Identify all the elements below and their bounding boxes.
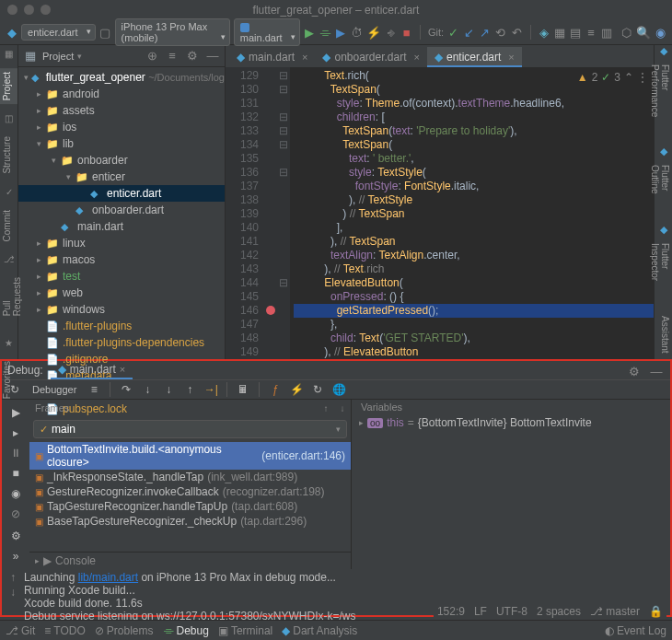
traffic-lights[interactable] [7, 5, 51, 15]
favorites-tab-icon[interactable]: ★ [0, 338, 17, 348]
stack-frame[interactable]: ▣TapGestureRecognizer.handleTapUp (tap.d… [29, 499, 351, 514]
flutter-perf-icon[interactable]: ◆ [655, 45, 672, 59]
threads-view-button[interactable]: ≡ [85, 380, 103, 399]
event-log-button[interactable]: ◐Event Log [605, 624, 666, 637]
run-to-cursor-button[interactable]: →| [202, 380, 220, 399]
structure-tab-icon[interactable]: ◫ [0, 113, 17, 123]
breakpoints-button[interactable]: ◉ [6, 484, 25, 503]
run-button[interactable]: ▶ [304, 24, 316, 41]
mute-bp-button[interactable]: ⊘ [6, 505, 25, 523]
variable-row[interactable]: ▸oo this = {BottomTextInvite} BottomText… [355, 414, 666, 431]
step-out-button[interactable]: ↑ [180, 380, 199, 399]
close-icon[interactable]: × [120, 364, 125, 375]
step-over-button[interactable]: ↷ [117, 380, 135, 399]
devtools2-button[interactable]: ▦ [553, 24, 565, 41]
devtools5-button[interactable]: ▥ [601, 24, 613, 41]
git-branch[interactable]: ⎇ master [590, 605, 640, 618]
status-terminal[interactable]: ▣Terminal [218, 624, 272, 637]
thread-selector[interactable]: ✓main▾ [33, 420, 347, 438]
devtools3-button[interactable]: ▤ [569, 24, 581, 41]
project-view-title[interactable]: Project [42, 51, 74, 62]
debug-button[interactable]: ⌯ [319, 24, 331, 41]
search-button[interactable]: 🔍 [636, 24, 651, 41]
run-config-dropdown[interactable]: main.dart [234, 18, 300, 46]
flutter-inspector-icon[interactable]: ◆ [655, 224, 672, 238]
git-history-button[interactable]: ⟲ [494, 24, 506, 41]
attach-button[interactable]: ⎆ [385, 24, 397, 41]
stack-frame[interactable]: ▣BottomTextInvite.build.<anonymous closu… [29, 442, 351, 470]
scroll-up-icon[interactable]: ↑ [10, 571, 16, 584]
breakpoint-gutter[interactable] [264, 67, 277, 359]
hide-button[interactable]: — [204, 48, 221, 64]
indent[interactable]: 2 spaces [537, 605, 581, 618]
frame-down-button[interactable]: ↓ [334, 400, 351, 416]
flutter-outline-icon[interactable]: ◆ [655, 145, 672, 159]
status-problems[interactable]: ⊘Problems [95, 624, 154, 637]
layout-settings-button[interactable]: ⚙ [6, 527, 25, 545]
fold-gutter[interactable]: ⊟⊟⊟⊟⊟⊟⊟ [277, 67, 290, 359]
line-separator[interactable]: LF [474, 605, 487, 618]
stop-button[interactable]: ■ [6, 464, 25, 483]
force-step-into-button[interactable]: ↓ [159, 380, 178, 399]
code-editor[interactable]: ▲2 ✓3 ⌃⋮ 1291301311321331341351361371381… [226, 67, 654, 359]
settings-icon[interactable]: ⚙ [626, 363, 643, 379]
git-pull-button[interactable]: ↙ [463, 24, 475, 41]
assistant-tab[interactable]: Assistant [655, 310, 672, 359]
avatar-button[interactable]: ◉ [655, 24, 666, 41]
git-push-button[interactable]: ↗ [479, 24, 491, 41]
pull-requests-tab[interactable]: Pull Requests [0, 273, 17, 320]
console-title[interactable]: Console [55, 554, 96, 567]
close-icon[interactable]: × [508, 52, 514, 63]
git-update-button[interactable]: ✓ [447, 24, 459, 41]
profile-button[interactable]: ⏱ [351, 24, 363, 41]
structure-tab[interactable]: Structure [0, 133, 17, 178]
resume-button[interactable]: ▶ [6, 403, 25, 422]
more-button[interactable]: » [6, 547, 25, 565]
project-tab[interactable]: Project [0, 68, 17, 104]
lock-icon[interactable]: 🔒 [649, 605, 663, 618]
step-into-button[interactable]: ↓ [138, 380, 156, 399]
cursor-position[interactable]: 152:9 [437, 605, 465, 618]
hot-restart-button[interactable]: ↻ [308, 380, 327, 399]
expand-all-button[interactable]: ≡ [164, 48, 180, 64]
collapse-button[interactable]: ⚙ [184, 48, 201, 64]
hot-reload-button[interactable]: ⚡ [287, 380, 306, 399]
hide-icon[interactable]: — [648, 363, 665, 379]
stack-frame[interactable]: ▣_InkResponseState._handleTap (ink_well.… [29, 470, 351, 484]
stack-frame[interactable]: ▣GestureRecognizer.invokeCallback (recog… [29, 484, 351, 499]
flutter-performance-tab[interactable]: Flutter Performance [655, 59, 672, 145]
status-dart[interactable]: ◆Dart Analysis [282, 624, 357, 637]
hot-restart-button[interactable]: ⚡ [366, 24, 381, 41]
select-opened-button[interactable]: ⊕ [144, 48, 160, 64]
status-debug[interactable]: ⌯Debug [163, 624, 209, 637]
device-dropdown[interactable]: iPhone 13 Pro Max (mobile) [115, 18, 230, 46]
status-todo[interactable]: ≡TODO [44, 624, 85, 637]
flutter-inspector-tab[interactable]: Flutter Inspector [655, 238, 672, 310]
flutter-outline-tab[interactable]: Flutter Outline [655, 159, 672, 224]
pr-tab-icon[interactable]: ⎇ [0, 254, 17, 264]
ide-update-button[interactable]: ⬡ [620, 24, 632, 41]
close-icon[interactable]: × [414, 52, 420, 63]
tab-onboarder[interactable]: ◆onboarder.dart× [315, 47, 427, 67]
tab-enticer[interactable]: ◆enticer.dart× [427, 47, 522, 67]
tab-main[interactable]: ◆main.dart× [229, 47, 315, 67]
scroll-down-icon[interactable]: ↓ [10, 586, 16, 599]
devtools4-button[interactable]: ≡ [585, 24, 597, 41]
eval-button[interactable]: 🖩 [234, 380, 252, 399]
devtools-button[interactable]: ◈ [538, 24, 550, 41]
line-number-gutter[interactable]: 1291301311321331341351361371381391401411… [226, 67, 264, 359]
eval-expression-button[interactable]: ƒ [266, 380, 284, 399]
encoding[interactable]: UTF-8 [496, 605, 527, 618]
git-rollback-button[interactable]: ↶ [510, 24, 522, 41]
debug-session-tab[interactable]: ◆main.dart× [51, 361, 133, 379]
pause-button[interactable]: ▸ [6, 424, 25, 442]
commit-tab-icon[interactable]: ✓ [0, 187, 17, 197]
debugger-tab[interactable]: Debugger [32, 384, 76, 395]
devtools-button[interactable]: 🌐 [330, 380, 348, 399]
stop-button[interactable]: ■ [400, 24, 412, 41]
frame-up-button[interactable]: ↑ [318, 400, 334, 416]
mute-button[interactable]: ⏸ [6, 444, 25, 462]
coverage-button[interactable]: ▶ [335, 24, 347, 41]
tree-item-enticer[interactable]: ◆enticer.dart [18, 185, 225, 202]
stack-frame[interactable]: ▣BaseTapGestureRecognizer._checkUp (tap.… [29, 514, 351, 529]
